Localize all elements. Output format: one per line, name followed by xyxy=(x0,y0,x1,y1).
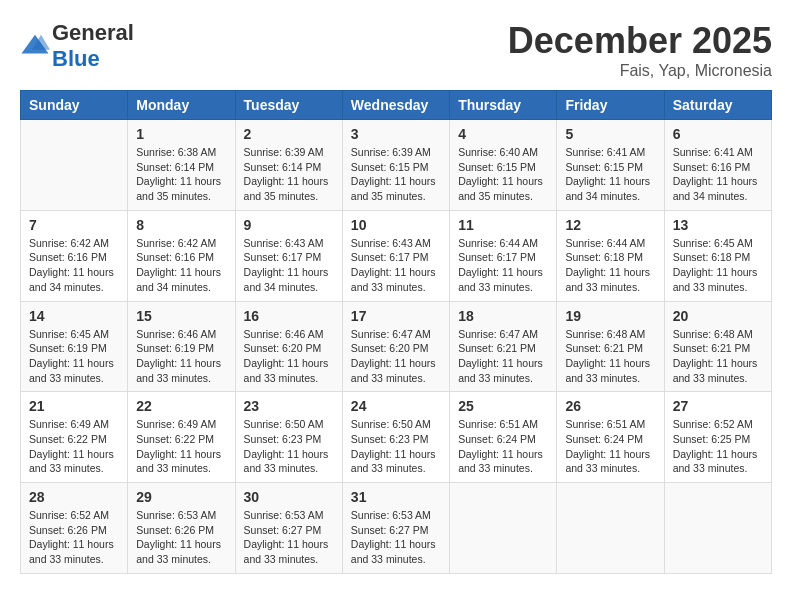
calendar-week-4: 21Sunrise: 6:49 AMSunset: 6:22 PMDayligh… xyxy=(21,392,772,483)
calendar-cell: 23Sunrise: 6:50 AMSunset: 6:23 PMDayligh… xyxy=(235,392,342,483)
calendar-header-monday: Monday xyxy=(128,91,235,120)
day-number: 24 xyxy=(351,398,441,414)
day-info: Sunrise: 6:47 AMSunset: 6:20 PMDaylight:… xyxy=(351,327,441,386)
calendar-cell: 17Sunrise: 6:47 AMSunset: 6:20 PMDayligh… xyxy=(342,301,449,392)
calendar-cell: 9Sunrise: 6:43 AMSunset: 6:17 PMDaylight… xyxy=(235,210,342,301)
calendar-cell: 3Sunrise: 6:39 AMSunset: 6:15 PMDaylight… xyxy=(342,120,449,211)
day-number: 26 xyxy=(565,398,655,414)
day-info: Sunrise: 6:46 AMSunset: 6:20 PMDaylight:… xyxy=(244,327,334,386)
day-number: 12 xyxy=(565,217,655,233)
day-info: Sunrise: 6:51 AMSunset: 6:24 PMDaylight:… xyxy=(565,417,655,476)
day-number: 16 xyxy=(244,308,334,324)
day-info: Sunrise: 6:41 AMSunset: 6:15 PMDaylight:… xyxy=(565,145,655,204)
day-info: Sunrise: 6:50 AMSunset: 6:23 PMDaylight:… xyxy=(351,417,441,476)
day-info: Sunrise: 6:45 AMSunset: 6:19 PMDaylight:… xyxy=(29,327,119,386)
day-number: 19 xyxy=(565,308,655,324)
calendar-cell: 21Sunrise: 6:49 AMSunset: 6:22 PMDayligh… xyxy=(21,392,128,483)
day-number: 22 xyxy=(136,398,226,414)
calendar-cell: 22Sunrise: 6:49 AMSunset: 6:22 PMDayligh… xyxy=(128,392,235,483)
calendar-cell: 28Sunrise: 6:52 AMSunset: 6:26 PMDayligh… xyxy=(21,483,128,574)
day-info: Sunrise: 6:49 AMSunset: 6:22 PMDaylight:… xyxy=(136,417,226,476)
day-info: Sunrise: 6:52 AMSunset: 6:25 PMDaylight:… xyxy=(673,417,763,476)
calendar-cell: 1Sunrise: 6:38 AMSunset: 6:14 PMDaylight… xyxy=(128,120,235,211)
day-number: 21 xyxy=(29,398,119,414)
logo: General Blue xyxy=(20,20,134,72)
day-number: 15 xyxy=(136,308,226,324)
day-info: Sunrise: 6:51 AMSunset: 6:24 PMDaylight:… xyxy=(458,417,548,476)
calendar-cell: 16Sunrise: 6:46 AMSunset: 6:20 PMDayligh… xyxy=(235,301,342,392)
day-number: 9 xyxy=(244,217,334,233)
calendar-cell: 31Sunrise: 6:53 AMSunset: 6:27 PMDayligh… xyxy=(342,483,449,574)
day-number: 3 xyxy=(351,126,441,142)
calendar-cell: 27Sunrise: 6:52 AMSunset: 6:25 PMDayligh… xyxy=(664,392,771,483)
day-number: 29 xyxy=(136,489,226,505)
day-number: 30 xyxy=(244,489,334,505)
day-number: 17 xyxy=(351,308,441,324)
calendar-header-tuesday: Tuesday xyxy=(235,91,342,120)
day-info: Sunrise: 6:43 AMSunset: 6:17 PMDaylight:… xyxy=(244,236,334,295)
calendar-week-2: 7Sunrise: 6:42 AMSunset: 6:16 PMDaylight… xyxy=(21,210,772,301)
day-info: Sunrise: 6:38 AMSunset: 6:14 PMDaylight:… xyxy=(136,145,226,204)
day-number: 28 xyxy=(29,489,119,505)
day-number: 13 xyxy=(673,217,763,233)
location: Fais, Yap, Micronesia xyxy=(508,62,772,80)
calendar-cell xyxy=(450,483,557,574)
month-title: December 2025 xyxy=(508,20,772,62)
day-info: Sunrise: 6:43 AMSunset: 6:17 PMDaylight:… xyxy=(351,236,441,295)
day-info: Sunrise: 6:53 AMSunset: 6:27 PMDaylight:… xyxy=(244,508,334,567)
day-info: Sunrise: 6:47 AMSunset: 6:21 PMDaylight:… xyxy=(458,327,548,386)
day-number: 20 xyxy=(673,308,763,324)
day-number: 2 xyxy=(244,126,334,142)
day-info: Sunrise: 6:44 AMSunset: 6:17 PMDaylight:… xyxy=(458,236,548,295)
calendar-cell: 11Sunrise: 6:44 AMSunset: 6:17 PMDayligh… xyxy=(450,210,557,301)
day-info: Sunrise: 6:49 AMSunset: 6:22 PMDaylight:… xyxy=(29,417,119,476)
day-number: 10 xyxy=(351,217,441,233)
calendar-cell: 8Sunrise: 6:42 AMSunset: 6:16 PMDaylight… xyxy=(128,210,235,301)
day-number: 18 xyxy=(458,308,548,324)
day-number: 23 xyxy=(244,398,334,414)
day-info: Sunrise: 6:42 AMSunset: 6:16 PMDaylight:… xyxy=(29,236,119,295)
day-number: 11 xyxy=(458,217,548,233)
calendar-cell: 14Sunrise: 6:45 AMSunset: 6:19 PMDayligh… xyxy=(21,301,128,392)
day-info: Sunrise: 6:39 AMSunset: 6:15 PMDaylight:… xyxy=(351,145,441,204)
calendar-cell: 12Sunrise: 6:44 AMSunset: 6:18 PMDayligh… xyxy=(557,210,664,301)
calendar-cell xyxy=(557,483,664,574)
calendar-week-1: 1Sunrise: 6:38 AMSunset: 6:14 PMDaylight… xyxy=(21,120,772,211)
day-number: 5 xyxy=(565,126,655,142)
day-number: 7 xyxy=(29,217,119,233)
day-number: 25 xyxy=(458,398,548,414)
calendar-cell: 4Sunrise: 6:40 AMSunset: 6:15 PMDaylight… xyxy=(450,120,557,211)
calendar-cell: 10Sunrise: 6:43 AMSunset: 6:17 PMDayligh… xyxy=(342,210,449,301)
calendar-cell: 13Sunrise: 6:45 AMSunset: 6:18 PMDayligh… xyxy=(664,210,771,301)
calendar-week-3: 14Sunrise: 6:45 AMSunset: 6:19 PMDayligh… xyxy=(21,301,772,392)
calendar-header-wednesday: Wednesday xyxy=(342,91,449,120)
calendar-header-saturday: Saturday xyxy=(664,91,771,120)
day-info: Sunrise: 6:45 AMSunset: 6:18 PMDaylight:… xyxy=(673,236,763,295)
calendar-header-friday: Friday xyxy=(557,91,664,120)
logo-icon xyxy=(20,31,50,61)
calendar-cell: 5Sunrise: 6:41 AMSunset: 6:15 PMDaylight… xyxy=(557,120,664,211)
day-number: 27 xyxy=(673,398,763,414)
calendar-cell: 29Sunrise: 6:53 AMSunset: 6:26 PMDayligh… xyxy=(128,483,235,574)
day-info: Sunrise: 6:42 AMSunset: 6:16 PMDaylight:… xyxy=(136,236,226,295)
calendar-cell: 18Sunrise: 6:47 AMSunset: 6:21 PMDayligh… xyxy=(450,301,557,392)
calendar-header-thursday: Thursday xyxy=(450,91,557,120)
logo-blue: Blue xyxy=(52,46,100,71)
day-info: Sunrise: 6:48 AMSunset: 6:21 PMDaylight:… xyxy=(565,327,655,386)
day-info: Sunrise: 6:39 AMSunset: 6:14 PMDaylight:… xyxy=(244,145,334,204)
calendar-cell: 6Sunrise: 6:41 AMSunset: 6:16 PMDaylight… xyxy=(664,120,771,211)
day-number: 4 xyxy=(458,126,548,142)
day-number: 14 xyxy=(29,308,119,324)
day-number: 1 xyxy=(136,126,226,142)
day-info: Sunrise: 6:53 AMSunset: 6:27 PMDaylight:… xyxy=(351,508,441,567)
day-info: Sunrise: 6:46 AMSunset: 6:19 PMDaylight:… xyxy=(136,327,226,386)
calendar-cell xyxy=(21,120,128,211)
calendar-cell: 20Sunrise: 6:48 AMSunset: 6:21 PMDayligh… xyxy=(664,301,771,392)
calendar-cell: 30Sunrise: 6:53 AMSunset: 6:27 PMDayligh… xyxy=(235,483,342,574)
day-info: Sunrise: 6:52 AMSunset: 6:26 PMDaylight:… xyxy=(29,508,119,567)
day-info: Sunrise: 6:48 AMSunset: 6:21 PMDaylight:… xyxy=(673,327,763,386)
calendar-table: SundayMondayTuesdayWednesdayThursdayFrid… xyxy=(20,90,772,574)
calendar-cell: 25Sunrise: 6:51 AMSunset: 6:24 PMDayligh… xyxy=(450,392,557,483)
calendar-cell: 15Sunrise: 6:46 AMSunset: 6:19 PMDayligh… xyxy=(128,301,235,392)
day-info: Sunrise: 6:53 AMSunset: 6:26 PMDaylight:… xyxy=(136,508,226,567)
